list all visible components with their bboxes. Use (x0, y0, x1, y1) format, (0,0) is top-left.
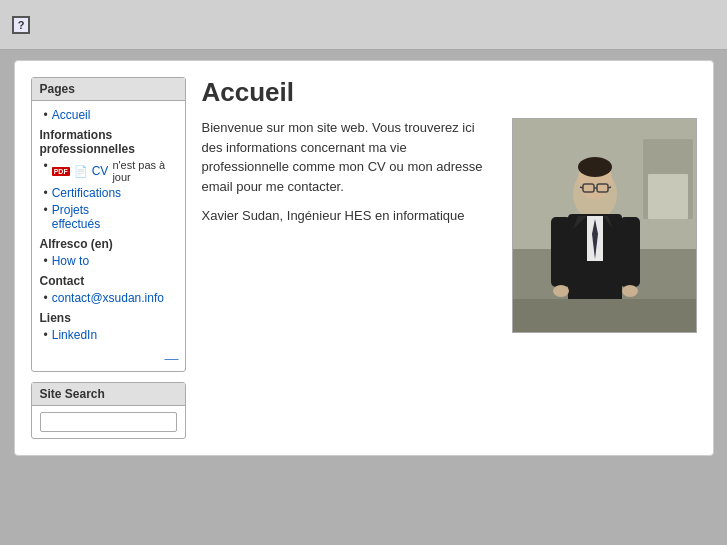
sidebar-item-certifications[interactable]: • Certifications (40, 186, 177, 200)
help-icon[interactable]: ? (12, 16, 30, 34)
search-input[interactable] (40, 412, 177, 432)
sidebar: Pages • Accueil Informationsprofessionne… (31, 77, 186, 372)
bullet-projets: • (44, 203, 48, 217)
text-area: Bienvenue sur mon site web. Vous trouver… (202, 118, 498, 226)
page-wrapper: Pages • Accueil Informationsprofessionne… (14, 60, 714, 456)
profile-svg (513, 119, 697, 333)
bullet-cert: • (44, 186, 48, 200)
bullet-accueil: • (44, 108, 48, 122)
intro-text: Bienvenue sur mon site web. Vous trouver… (202, 118, 498, 196)
sidebar-handle: — (32, 349, 185, 365)
bullet-cv: • (44, 159, 48, 173)
sidebar-item-projets[interactable]: • Projetseffectués (40, 203, 177, 231)
sidebar-item-linkedin[interactable]: • LinkedIn (40, 328, 177, 342)
sidebar-pages-title: Pages (32, 78, 185, 101)
svg-line-21 (580, 187, 583, 188)
top-bar: ? (0, 0, 727, 50)
cv-link[interactable]: CV (92, 164, 109, 178)
cv-subtitle: n'est pas à jour (112, 159, 176, 183)
sidebar-group-alfresco: Alfresco (en) (40, 237, 177, 251)
main-layout: Pages • Accueil Informationsprofessionne… (31, 77, 697, 439)
site-search-body (32, 406, 185, 438)
sidebar-group-contact: Contact (40, 274, 177, 288)
svg-point-6 (578, 157, 612, 177)
pdf-icon: PDF (52, 167, 70, 176)
sidebar-item-contact[interactable]: • contact@xsudan.info (40, 291, 177, 305)
page-title: Accueil (202, 77, 697, 108)
main-content: Accueil Bienvenue sur mon site web. Vous… (202, 77, 697, 333)
svg-rect-12 (551, 217, 571, 287)
left-column: Pages • Accueil Informationsprofessionne… (31, 77, 186, 439)
sidebar-group-liens: Liens (40, 311, 177, 325)
site-search-box: Site Search (31, 382, 186, 439)
sidebar-link-accueil[interactable]: Accueil (52, 108, 91, 122)
sidebar-group-info-pro: Informationsprofessionnelles (40, 128, 177, 156)
svg-point-14 (553, 285, 569, 297)
svg-line-22 (608, 187, 611, 188)
sidebar-link-linkedin[interactable]: LinkedIn (52, 328, 97, 342)
sidebar-item-cv[interactable]: • PDF 📄 CV n'est pas à jour (40, 159, 177, 183)
svg-point-15 (622, 285, 638, 297)
svg-rect-13 (620, 217, 640, 287)
sidebar-link-projets[interactable]: Projetseffectués (52, 203, 100, 231)
content-area: Bienvenue sur mon site web. Vous trouver… (202, 118, 697, 333)
svg-rect-23 (513, 299, 697, 333)
sidebar-body: • Accueil Informationsprofessionnelles •… (32, 101, 185, 349)
sidebar-item-howto[interactable]: • How to (40, 254, 177, 268)
sidebar-link-howto[interactable]: How to (52, 254, 89, 268)
bullet-howto: • (44, 254, 48, 268)
sidebar-item-accueil[interactable]: • Accueil (40, 108, 177, 122)
site-search-title: Site Search (32, 383, 185, 406)
profile-photo (512, 118, 697, 333)
sidebar-link-contact[interactable]: contact@xsudan.info (52, 291, 164, 305)
bullet-linkedin: • (44, 328, 48, 342)
sidebar-link-certifications[interactable]: Certifications (52, 186, 121, 200)
svg-rect-3 (648, 174, 688, 219)
page-icon: 📄 (74, 165, 88, 178)
cv-row: PDF 📄 CV n'est pas à jour (52, 159, 177, 183)
bullet-contact: • (44, 291, 48, 305)
subtitle-text: Xavier Sudan, Ingénieur HES en informati… (202, 206, 498, 226)
